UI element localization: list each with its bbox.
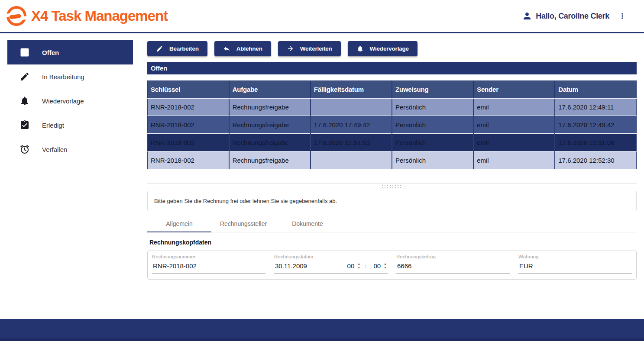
pencil-icon bbox=[156, 45, 163, 52]
cell-schluessel: RNR-2018-002 bbox=[148, 151, 229, 169]
minutes-input[interactable]: 00 bbox=[373, 262, 381, 270]
rechnungsbetrag-field: Rechnungsbetrag 6666 bbox=[396, 254, 510, 279]
sidebar-item-label: Erledigt bbox=[42, 122, 64, 129]
field-label: Rechnungsbetrag bbox=[396, 254, 510, 259]
tab-rechnungssteller[interactable]: Rechnungssteller bbox=[211, 215, 275, 232]
column-header: Schlüssel bbox=[148, 81, 229, 98]
cell-faelligkeitsdatum bbox=[311, 98, 392, 116]
cell-datum: 17.6.2020 12:49:42 bbox=[555, 116, 636, 134]
main-content: Bearbeiten Ablehnen Weiterleiten Wiederv… bbox=[147, 33, 637, 319]
pencil-icon bbox=[19, 71, 30, 82]
table-row[interactable]: RNR-2018-002 Rechnungsfreigabe Persönlic… bbox=[148, 151, 637, 169]
tab-allgemein[interactable]: Allgemein bbox=[147, 215, 211, 232]
sidebar-item-in-bearbeitung[interactable]: In Bearbeitung bbox=[7, 64, 133, 89]
wiedervorlage-button[interactable]: Wiedervorlage bbox=[348, 41, 417, 56]
sidebar-item-label: In Bearbeitung bbox=[42, 73, 84, 80]
column-header: Fälligkeitsdatum bbox=[311, 81, 392, 98]
cell-aufgabe: Rechnungsfreigabe bbox=[229, 151, 311, 169]
hours-input[interactable]: 00 bbox=[347, 262, 355, 270]
tab-dokumente[interactable]: Dokumente bbox=[275, 215, 340, 232]
step-up-icon[interactable]: ▲ bbox=[384, 263, 387, 265]
user-greeting: Hallo, Caroline Clerk bbox=[536, 12, 609, 21]
time-separator: : bbox=[365, 262, 366, 270]
alarm-clock-icon bbox=[19, 144, 30, 154]
instruction-message-box: Bitte geben Sie die Rechnung frei oder l… bbox=[147, 191, 637, 211]
tab-label: Dokumente bbox=[292, 220, 323, 227]
detail-tabs: Allgemein Rechnungssteller Dokumente bbox=[147, 215, 637, 232]
cell-datum: 17.6.2020 12:49:11 bbox=[555, 98, 636, 116]
button-label: Bearbeiten bbox=[169, 45, 199, 52]
waehrung-input[interactable]: EUR bbox=[518, 261, 632, 273]
step-down-icon[interactable]: ▼ bbox=[357, 267, 360, 269]
cell-faelligkeitsdatum bbox=[311, 151, 392, 169]
drag-grip-icon bbox=[381, 184, 403, 188]
cell-schluessel: RNR-2018-002 bbox=[148, 134, 229, 151]
weiterleiten-button[interactable]: Weiterleiten bbox=[278, 41, 341, 56]
cell-sender: emil bbox=[473, 134, 555, 151]
section-title: Rechnungskopfdaten bbox=[149, 239, 637, 246]
hours-stepper[interactable]: ▲ ▼ bbox=[357, 263, 360, 269]
button-label: Ablehnen bbox=[236, 45, 262, 52]
rechnungsdatum-field: Rechnungsdatum 30.11.2009 00 ▲ ▼ : 00 ▲ … bbox=[274, 254, 388, 279]
arrow-right-icon bbox=[287, 45, 294, 52]
waehrung-field: Währung EUR bbox=[518, 254, 632, 279]
table-row[interactable]: RNR-2018-002 Rechnungsfreigabe 17.6.2020… bbox=[148, 116, 637, 134]
invoice-header-form: Rechnungsnummer RNR-2018-002 Rechnungsda… bbox=[147, 251, 637, 280]
bell-icon bbox=[356, 45, 364, 52]
sidebar-item-offen[interactable]: Offen bbox=[7, 40, 133, 64]
cell-zuweisung: Persönlich bbox=[392, 151, 473, 169]
rechnungsbetrag-input[interactable]: 6666 bbox=[396, 261, 510, 273]
table-header-row: Schlüssel Aufgabe Fälligkeitsdatum Zuwei… bbox=[148, 81, 637, 98]
sidebar-item-verfallen[interactable]: Verfallen bbox=[7, 137, 133, 161]
cell-sender: emil bbox=[473, 151, 555, 169]
bearbeiten-button[interactable]: Bearbeiten bbox=[147, 41, 207, 56]
cell-datum: 17.6.2020 12:52:30 bbox=[555, 151, 636, 169]
rechnungsnummer-field: Rechnungsnummer RNR-2018-002 bbox=[152, 254, 265, 279]
button-label: Wiedervorlage bbox=[370, 45, 409, 52]
cell-zuweisung: Persönlich bbox=[392, 98, 473, 116]
sidebar-item-label: Verfallen bbox=[42, 146, 67, 153]
rechnungsnummer-input[interactable]: RNR-2018-002 bbox=[152, 261, 265, 273]
field-label: Rechnungsdatum bbox=[274, 254, 388, 259]
table-row[interactable]: RNR-2018-002 Rechnungsfreigabe Persönlic… bbox=[148, 98, 637, 116]
tab-label: Rechnungssteller bbox=[220, 220, 267, 227]
sidebar-item-erledigt[interactable]: Erledigt bbox=[7, 113, 133, 137]
page-title: X4 Task Management bbox=[31, 8, 168, 24]
footer-edge bbox=[0, 338, 644, 341]
inbox-icon bbox=[19, 47, 30, 58]
footer-bar bbox=[0, 319, 644, 341]
column-header: Sender bbox=[473, 81, 555, 98]
column-header: Aufgabe bbox=[229, 81, 311, 98]
field-label: Währung bbox=[518, 254, 632, 259]
rechnungsdatum-input[interactable]: 30.11.2009 bbox=[275, 262, 345, 270]
app-header: X4 Task Management Hallo, Caroline Clerk bbox=[0, 0, 644, 32]
cell-zuweisung: Persönlich bbox=[392, 134, 473, 151]
cell-sender: emil bbox=[473, 116, 555, 134]
cell-aufgabe: Rechnungsfreigabe bbox=[229, 134, 311, 151]
button-label: Weiterleiten bbox=[300, 45, 332, 52]
sidebar: Offen In Bearbeitung Wiedervorlage Erled… bbox=[0, 33, 133, 319]
table-row-selected[interactable]: RNR-2018-002 Rechnungsfreigabe 17.6.2020… bbox=[148, 134, 637, 151]
cell-schluessel: RNR-2018-002 bbox=[148, 98, 229, 116]
cell-schluessel: RNR-2018-002 bbox=[148, 116, 229, 134]
panel-title: Offen bbox=[147, 62, 637, 74]
more-menu-icon[interactable] bbox=[618, 12, 627, 20]
sidebar-item-wiedervorlage[interactable]: Wiedervorlage bbox=[7, 89, 133, 113]
user-icon bbox=[522, 11, 532, 21]
cell-sender: emil bbox=[473, 98, 555, 116]
cell-datum: 17.6.2020 12:51:08 bbox=[555, 134, 636, 151]
softproject-logo-icon bbox=[6, 6, 27, 26]
tab-label: Allgemein bbox=[166, 220, 192, 227]
split-pane-divider[interactable] bbox=[147, 183, 637, 189]
step-up-icon[interactable]: ▲ bbox=[357, 263, 360, 265]
cell-faelligkeitsdatum: 17.6.2020 12:51:53 bbox=[311, 134, 392, 151]
minutes-stepper[interactable]: ▲ ▼ bbox=[384, 263, 387, 269]
cell-aufgabe: Rechnungsfreigabe bbox=[229, 116, 311, 134]
ablehnen-button[interactable]: Ablehnen bbox=[214, 41, 271, 56]
instruction-message: Bitte geben Sie die Rechnung frei oder l… bbox=[154, 198, 337, 204]
bell-icon bbox=[19, 96, 30, 106]
step-down-icon[interactable]: ▼ bbox=[384, 267, 387, 269]
clipboard-check-icon bbox=[19, 120, 30, 130]
task-toolbar: Bearbeiten Ablehnen Weiterleiten Wiederv… bbox=[147, 41, 637, 56]
reply-icon bbox=[223, 45, 230, 52]
